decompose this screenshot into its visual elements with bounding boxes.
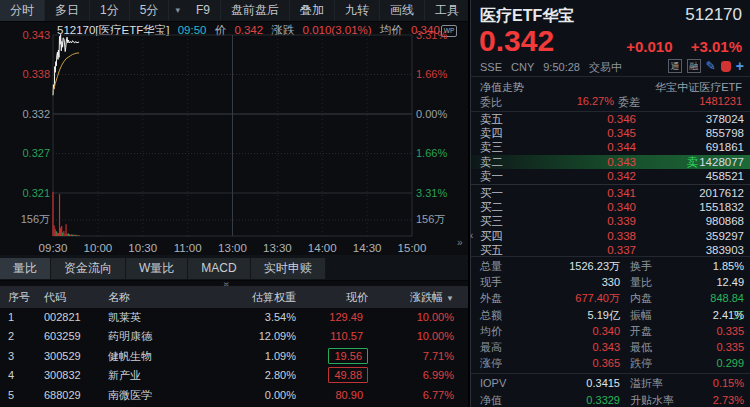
cell-weight: 3.54% — [248, 308, 296, 327]
stats-row: 净值0.3329升贴水率2.73% — [470, 392, 750, 407]
orderbook-row-买四[interactable]: 买四0.338359297 — [470, 229, 750, 243]
orderbook-row-卖三[interactable]: 卖三0.344691861 — [470, 140, 750, 154]
svg-text:14:00: 14:00 — [308, 242, 337, 254]
price-value: 129.49 — [324, 310, 368, 324]
stat-value: 0.335 — [702, 339, 744, 355]
stats-row: 外盘677.40万内盘848.84万 — [470, 290, 750, 306]
alert-icon[interactable] — [721, 61, 731, 72]
ob-price: 0.343 — [526, 155, 636, 169]
stat-label: 溢折率 — [630, 375, 702, 391]
quote-icons: 通 融 ✎ + — [668, 58, 744, 74]
orderbook-row-卖二[interactable]: 卖二0.343卖1428077 — [470, 155, 750, 169]
svg-text:1.66%: 1.66% — [416, 147, 447, 159]
menu-item-nineturn[interactable]: 九转 — [335, 0, 380, 21]
menu-item-drawline[interactable]: 画线 — [380, 0, 425, 21]
stat-label: 换手 — [630, 258, 702, 274]
cell-weight: 12.09% — [248, 327, 296, 346]
panel-collapse-icon[interactable]: ‹ — [470, 230, 473, 241]
menu-item-f9[interactable]: F9 — [186, 0, 221, 21]
cell-weight: 0.00% — [248, 386, 296, 405]
edit-pencil-icon[interactable]: ✎ — [706, 59, 716, 73]
trading-app: 分时 多日 1分 5分 ▾ F9 盘前盘后 叠加 九转 画线 工具 ⚙ ? › … — [0, 0, 750, 407]
cell-price: 49.88 — [296, 366, 368, 385]
stat-label: 升贴水率 — [630, 392, 702, 407]
minute-chart[interactable]: 0.3430.3380.3320.3270.3213.31%1.66%0.00%… — [0, 22, 468, 255]
table-row[interactable]: 5688029南微医学0.00%80.906.77% — [0, 386, 468, 405]
price-value: 49.88 — [328, 367, 368, 383]
intraday-chart-panel[interactable]: 512170[医疗ETF华宝] 09:50 价 0.342 涨跌 0.010(3… — [0, 22, 468, 255]
svg-text:11:00: 11:00 — [174, 242, 202, 254]
orderbook-row-卖四[interactable]: 卖四0.345855798 — [470, 126, 750, 140]
tab-MACD[interactable]: MACD — [188, 258, 250, 279]
stat-gap — [620, 355, 630, 371]
stat-label: 量比 — [630, 274, 702, 290]
table-row[interactable]: 1002821凯莱英3.54%129.4910.00% — [0, 308, 468, 327]
stat-gap — [620, 392, 630, 407]
view-tab-5min[interactable]: 5分 — [130, 0, 170, 21]
last-price: 0.342 — [479, 24, 554, 58]
ob-level-label: 卖三 — [480, 140, 526, 154]
tab-资金流向[interactable]: 资金流向 — [51, 258, 126, 279]
cell-no: 4 — [8, 366, 44, 385]
stat-label: 跌停 — [630, 355, 702, 371]
ob-volume: 458521 — [636, 169, 744, 183]
ob-price: 0.338 — [526, 229, 636, 243]
ob-level-label: 卖五 — [480, 112, 526, 126]
ob-volume: 2017612 — [636, 186, 744, 200]
stats-row: 最高0.343最低0.335 — [470, 339, 750, 355]
add-icon[interactable]: + — [736, 58, 744, 74]
ob-volume: 691861 — [636, 140, 744, 154]
menu-item-premarket[interactable]: 盘前盘后 — [221, 0, 290, 21]
menu-item-overlay[interactable]: 叠加 — [290, 0, 335, 21]
svg-text:15:00: 15:00 — [398, 242, 427, 254]
orderbook-row-买三[interactable]: 买三0.339980868 — [470, 214, 750, 228]
orderbook-row-卖一[interactable]: 卖一0.342458521 — [470, 169, 750, 183]
tab-W量比[interactable]: W量比 — [126, 258, 188, 279]
ob-level-label: 卖四 — [480, 126, 526, 140]
price-value: 110.57 — [325, 329, 368, 343]
svg-text:0.343: 0.343 — [22, 29, 50, 41]
view-tab-multiday[interactable]: 多日 — [45, 0, 90, 21]
svg-text:1.66%: 1.66% — [416, 68, 447, 80]
stat-label: 总额 — [480, 307, 536, 323]
cell-no: 2 — [8, 327, 44, 346]
orderbook-row-买二[interactable]: 买二0.3401551832 — [470, 200, 750, 214]
cell-no: 5 — [8, 386, 44, 405]
ob-volume: 卖1428077 — [636, 155, 744, 169]
svg-text:156万: 156万 — [21, 213, 50, 225]
trade-direction-tag: 卖 — [687, 156, 699, 168]
col-change-sort[interactable]: 涨跌幅▼ — [368, 286, 454, 310]
table-row[interactable]: 3300529健帆生物1.09%19.567.71% — [0, 347, 468, 366]
menu-item-tools[interactable]: 工具 — [425, 0, 470, 21]
view-tab-timeshare[interactable]: 分时 — [0, 0, 45, 21]
chevron-down-icon[interactable]: ▾ — [169, 0, 186, 21]
stat-gap — [620, 274, 630, 290]
orderbook-row-买一[interactable]: 买一0.3412017612 — [470, 186, 750, 200]
table-row[interactable]: 4300832新产业2.80%49.886.99% — [0, 366, 468, 385]
security-code: 512170 — [685, 5, 742, 25]
svg-text:0.00%: 0.00% — [416, 108, 447, 120]
svg-text:13:00: 13:00 — [218, 242, 247, 254]
table-row[interactable]: 2603259药明康德12.09%110.5710.00% — [0, 327, 468, 346]
ob-level-label: 卖一 — [480, 169, 526, 183]
svg-text:156万: 156万 — [416, 213, 445, 225]
cell-name: 南微医学 — [108, 386, 248, 405]
cell-name: 新产业 — [108, 366, 248, 385]
stats-row: 涨停0.365跌停0.299 — [470, 355, 750, 371]
stat-value: 330 — [536, 274, 620, 290]
tab-实时申赎[interactable]: 实时申赎 — [251, 258, 326, 279]
stat-value: 0.340 — [536, 323, 620, 339]
cell-code: 002821 — [44, 308, 108, 327]
cell-name: 健帆生物 — [108, 347, 248, 366]
ob-level-label: 买四 — [480, 229, 526, 243]
chart-more-icon[interactable]: » — [457, 237, 463, 248]
sort-desc-icon: ▼ — [446, 294, 454, 303]
cell-code: 300529 — [44, 347, 108, 366]
orderbook-row-买五[interactable]: 买五0.337383903 — [470, 243, 750, 257]
stat-value: 1.85% — [702, 258, 744, 274]
holdings-table-body: 1002821凯莱英3.54%129.4910.00%2603259药明康德12… — [0, 308, 468, 407]
view-tab-1min[interactable]: 1分 — [90, 0, 130, 21]
orderbook-row-卖五[interactable]: 卖五0.346378024 — [470, 112, 750, 126]
currency-label: CNY — [511, 61, 534, 73]
tab-量比[interactable]: 量比 — [0, 258, 51, 279]
